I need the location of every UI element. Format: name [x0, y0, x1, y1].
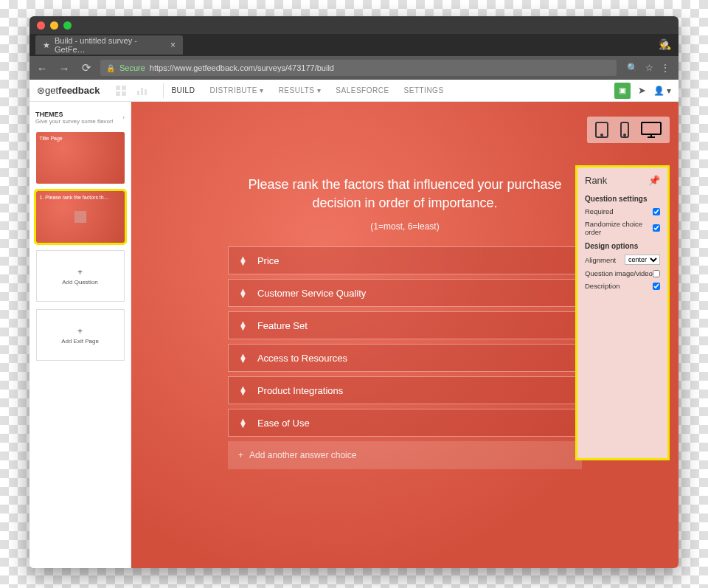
chevron-right-icon: ›	[122, 114, 125, 121]
nav-distribute[interactable]: DISTRIBUTE ▾	[209, 86, 263, 94]
browser-tab[interactable]: ★ Build - untitled survey - GetFe… ×	[35, 35, 183, 55]
add-choice-button[interactable]: + Add another answer choice	[228, 441, 582, 469]
main-nav: BUILD DISTRIBUTE ▾ RESULTS ▾ SALESFORCE …	[171, 86, 443, 94]
setting-required: Required	[585, 207, 660, 215]
send-icon[interactable]: ➤	[638, 85, 646, 96]
choice-label: Access to Resources	[257, 353, 347, 364]
tablet-icon[interactable]	[594, 121, 609, 139]
tab-title: Build - untitled survey - GetFe…	[55, 36, 164, 54]
plus-icon: +	[238, 450, 243, 460]
drag-handle-icon[interactable]: ▲▼	[239, 321, 247, 330]
setting-description: Description	[585, 282, 660, 290]
zoom-icon[interactable]: 🔍	[627, 63, 638, 73]
choice-label: Product Integrations	[257, 385, 343, 396]
svg-rect-3	[122, 91, 126, 96]
add-exit-label: Add Exit Page	[61, 338, 99, 345]
nav-build[interactable]: BUILD	[171, 86, 195, 94]
window-close-icon[interactable]	[37, 21, 45, 30]
setting-alignment: Alignment center	[585, 255, 660, 265]
setting-label: Alignment	[585, 256, 616, 264]
favicon-star-icon: ★	[43, 41, 50, 50]
themes-title: THEMES	[35, 111, 125, 118]
forward-button[interactable]: →	[56, 62, 72, 75]
svg-rect-5	[141, 88, 143, 95]
setting-randomize: Randomize choice order	[585, 220, 660, 236]
slide-thumb-question-1[interactable]: 1. Please rank the factors th…	[36, 191, 125, 243]
user-menu[interactable]: 👤 ▾	[653, 86, 671, 96]
plus-icon: +	[77, 326, 83, 336]
choices-list: ▲▼ Price ▲▼ Customer Service Quality ▲▼ …	[228, 246, 582, 469]
grid-view-icon[interactable]	[114, 84, 128, 97]
alignment-select[interactable]: center	[625, 255, 660, 265]
phone-icon[interactable]	[620, 121, 630, 139]
window-maximize-icon[interactable]	[63, 21, 72, 30]
svg-point-10	[624, 134, 625, 136]
nav-salesforce[interactable]: SALESFORCE	[336, 86, 389, 94]
desktop-icon[interactable]	[640, 121, 662, 139]
settings-panel: Rank 📌 Question settings Required Random…	[575, 165, 670, 460]
setting-label: Description	[585, 282, 620, 290]
question-hint: (1=most, 6=least)	[228, 221, 582, 232]
choice-item[interactable]: ▲▼ Customer Service Quality	[228, 279, 582, 307]
required-checkbox[interactable]	[653, 208, 660, 215]
stats-icon[interactable]	[135, 84, 148, 97]
drag-handle-icon[interactable]: ▲▼	[239, 418, 247, 427]
choice-item[interactable]: ▲▼ Product Integrations	[228, 376, 582, 404]
nav-settings[interactable]: SETTINGS	[404, 86, 444, 94]
qimage-checkbox[interactable]	[653, 270, 660, 277]
randomize-checkbox[interactable]	[653, 224, 660, 232]
window-titlebar	[30, 16, 678, 34]
question-block[interactable]: Please rank the factors that influenced …	[228, 176, 582, 232]
choice-label: Feature Set	[257, 320, 308, 331]
app-bar: ⊛getfeedback BUILD DISTRIBUTE ▾ RESULTS …	[30, 80, 678, 102]
chevron-down-icon: ▾	[317, 86, 322, 94]
svg-rect-4	[137, 91, 139, 95]
chevron-down-icon: ▾	[260, 86, 264, 94]
device-preview-switcher	[587, 117, 670, 143]
window-minimize-icon[interactable]	[50, 21, 58, 30]
lock-icon: 🔒	[106, 64, 115, 72]
svg-rect-11	[642, 122, 661, 134]
drag-handle-icon[interactable]: ▲▼	[239, 386, 247, 395]
description-checkbox[interactable]	[653, 283, 660, 290]
back-button[interactable]: ←	[34, 62, 50, 75]
setting-label: Randomize choice order	[585, 220, 653, 236]
add-choice-label: Add another answer choice	[249, 450, 356, 460]
drag-handle-icon[interactable]: ▲▼	[239, 288, 247, 297]
setting-question-image: Question image/video	[585, 269, 660, 277]
slide-thumb-title-page[interactable]: Title Page	[36, 132, 125, 184]
upgrade-button[interactable]: ▣	[614, 83, 631, 99]
logo[interactable]: ⊛getfeedback	[37, 85, 100, 96]
choice-item[interactable]: ▲▼ Ease of Use	[228, 409, 582, 437]
menu-dots-icon[interactable]: ⋮	[661, 63, 670, 73]
rank-icon	[74, 211, 86, 223]
reload-button[interactable]: ⟳	[78, 61, 94, 75]
add-question-button[interactable]: + Add Question	[36, 250, 125, 302]
plus-icon: +	[77, 267, 83, 277]
secure-label: Secure	[119, 63, 145, 72]
browser-window: ★ Build - untitled survey - GetFe… × 🕵 ←…	[30, 16, 678, 568]
svg-rect-6	[145, 89, 147, 95]
choice-item[interactable]: ▲▼ Access to Resources	[228, 344, 582, 372]
drag-handle-icon[interactable]: ▲▼	[239, 256, 247, 265]
setting-label: Question image/video	[585, 269, 653, 277]
drag-handle-icon[interactable]: ▲▼	[239, 353, 247, 362]
panel-section-design: Design options	[585, 242, 660, 250]
tab-close-icon[interactable]: ×	[170, 40, 176, 50]
url-text: https://www.getfeedback.com/surveys/4731…	[150, 63, 334, 72]
address-box[interactable]: 🔒 Secure https://www.getfeedback.com/sur…	[100, 60, 617, 76]
panel-title-row: Rank 📌	[585, 175, 660, 186]
add-exit-page-button[interactable]: + Add Exit Page	[36, 309, 125, 361]
svg-rect-0	[116, 86, 120, 90]
panel-section-question: Question settings	[585, 195, 660, 203]
incognito-icon: 🕵	[659, 38, 671, 50]
choice-item[interactable]: ▲▼ Feature Set	[228, 311, 582, 339]
pin-icon[interactable]: 📌	[648, 175, 660, 186]
choice-item[interactable]: ▲▼ Price	[228, 246, 582, 274]
tab-strip: ★ Build - untitled survey - GetFe… × 🕵	[30, 34, 678, 56]
bookmark-star-icon[interactable]: ☆	[645, 63, 653, 73]
thumb-label: Title Page	[40, 136, 63, 141]
nav-results[interactable]: RESULTS ▾	[279, 86, 322, 94]
themes-section[interactable]: THEMES Give your survey some flavor! ›	[34, 108, 126, 132]
url-bar: ← → ⟳ 🔒 Secure https://www.getfeedback.c…	[30, 56, 678, 80]
